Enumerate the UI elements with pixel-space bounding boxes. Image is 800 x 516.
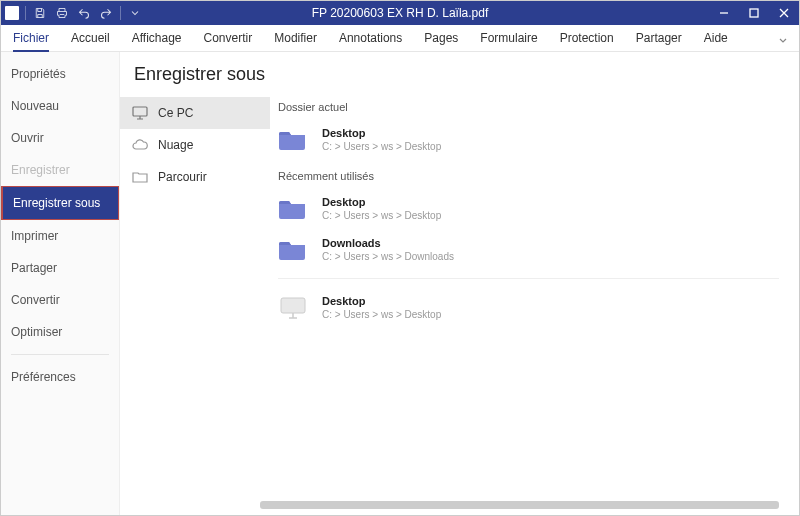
sidebar-divider: [11, 354, 109, 355]
menu-formulaire[interactable]: Formulaire: [480, 31, 537, 45]
svg-rect-2: [281, 298, 305, 313]
entry-title: Desktop: [322, 295, 441, 307]
entry-path: C: > Users > ws > Downloads: [322, 251, 454, 262]
sidebar-item-partager[interactable]: Partager: [1, 252, 119, 284]
titlebar: FP 20200603 EX RH D. Laïla.pdf: [1, 1, 799, 25]
section-current-folder: Dossier actuel: [278, 101, 779, 113]
menu-annotations[interactable]: Annotations: [339, 31, 402, 45]
folder-icon: [278, 128, 308, 152]
entry-path: C: > Users > ws > Desktop: [322, 309, 441, 320]
location-ce-pc[interactable]: Ce PC: [120, 97, 270, 129]
monitor-icon: [132, 105, 148, 121]
horizontal-scrollbar[interactable]: [260, 501, 779, 509]
svg-rect-0: [750, 9, 758, 17]
current-folder-entry[interactable]: Desktop C: > Users > ws > Desktop: [278, 123, 779, 164]
sidebar-item-enregistrer: Enregistrer: [1, 154, 119, 186]
main-panel: Enregistrer sous Ce PC Nuage Parcourir D…: [119, 52, 799, 515]
content: Propriétés Nouveau Ouvrir Enregistrer En…: [1, 52, 799, 515]
menu-modifier[interactable]: Modifier: [274, 31, 317, 45]
titlebar-separator: [25, 6, 26, 20]
location-nuage[interactable]: Nuage: [120, 129, 270, 161]
svg-rect-1: [133, 107, 147, 116]
save-icon[interactable]: [32, 5, 48, 21]
maximize-button[interactable]: [739, 1, 769, 25]
chevron-down-icon[interactable]: [127, 5, 143, 21]
minimize-button[interactable]: [709, 1, 739, 25]
menu-convertir[interactable]: Convertir: [204, 31, 253, 45]
close-button[interactable]: [769, 1, 799, 25]
cloud-icon: [132, 137, 148, 153]
window-controls: [709, 1, 799, 25]
entry-title: Desktop: [322, 196, 441, 208]
menubar: Fichier Accueil Affichage Convertir Modi…: [1, 25, 799, 52]
menu-affichage[interactable]: Affichage: [132, 31, 182, 45]
other-entry[interactable]: Desktop C: > Users > ws > Desktop: [278, 291, 779, 332]
sidebar-item-optimiser[interactable]: Optimiser: [1, 316, 119, 348]
sidebar-item-proprietes[interactable]: Propriétés: [1, 58, 119, 90]
location-label: Nuage: [158, 138, 193, 152]
file-sidebar: Propriétés Nouveau Ouvrir Enregistrer En…: [1, 52, 119, 515]
page-title: Enregistrer sous: [120, 64, 799, 85]
menu-pages[interactable]: Pages: [424, 31, 458, 45]
section-recent: Récemment utilisés: [278, 170, 779, 182]
recent-entry[interactable]: Desktop C: > Users > ws > Desktop: [278, 192, 779, 233]
menu-accueil[interactable]: Accueil: [71, 31, 110, 45]
sidebar-item-nouveau[interactable]: Nouveau: [1, 90, 119, 122]
location-column: Ce PC Nuage Parcourir: [120, 95, 270, 515]
redo-icon[interactable]: [98, 5, 114, 21]
location-parcourir[interactable]: Parcourir: [120, 161, 270, 193]
entry-path: C: > Users > ws > Desktop: [322, 141, 441, 152]
titlebar-left: [1, 5, 143, 21]
folder-outline-icon: [132, 169, 148, 185]
main-row: Ce PC Nuage Parcourir Dossier actuel Des…: [120, 95, 799, 515]
undo-icon[interactable]: [76, 5, 92, 21]
sidebar-item-imprimer[interactable]: Imprimer: [1, 220, 119, 252]
menu-partager[interactable]: Partager: [636, 31, 682, 45]
menu-fichier[interactable]: Fichier: [13, 31, 49, 52]
entry-path: C: > Users > ws > Desktop: [322, 210, 441, 221]
location-label: Parcourir: [158, 170, 207, 184]
menu-aide[interactable]: Aide: [704, 31, 728, 45]
titlebar-separator: [120, 6, 121, 20]
entry-title: Desktop: [322, 127, 441, 139]
entry-title: Downloads: [322, 237, 454, 249]
app-icon: [5, 6, 19, 20]
recent-entry[interactable]: Downloads C: > Users > ws > Downloads: [278, 233, 779, 274]
monitor-icon: [278, 296, 308, 320]
chevron-down-icon[interactable]: [777, 33, 789, 51]
folder-icon: [278, 197, 308, 221]
location-label: Ce PC: [158, 106, 193, 120]
print-icon[interactable]: [54, 5, 70, 21]
window-title: FP 20200603 EX RH D. Laïla.pdf: [312, 6, 489, 20]
sidebar-item-preferences[interactable]: Préférences: [1, 361, 119, 393]
detail-column: Dossier actuel Desktop C: > Users > ws >…: [270, 95, 799, 515]
divider: [278, 278, 779, 279]
folder-icon: [278, 238, 308, 262]
sidebar-item-enregistrer-sous[interactable]: Enregistrer sous: [1, 186, 119, 220]
menu-protection[interactable]: Protection: [560, 31, 614, 45]
sidebar-item-convertir[interactable]: Convertir: [1, 284, 119, 316]
sidebar-item-ouvrir[interactable]: Ouvrir: [1, 122, 119, 154]
